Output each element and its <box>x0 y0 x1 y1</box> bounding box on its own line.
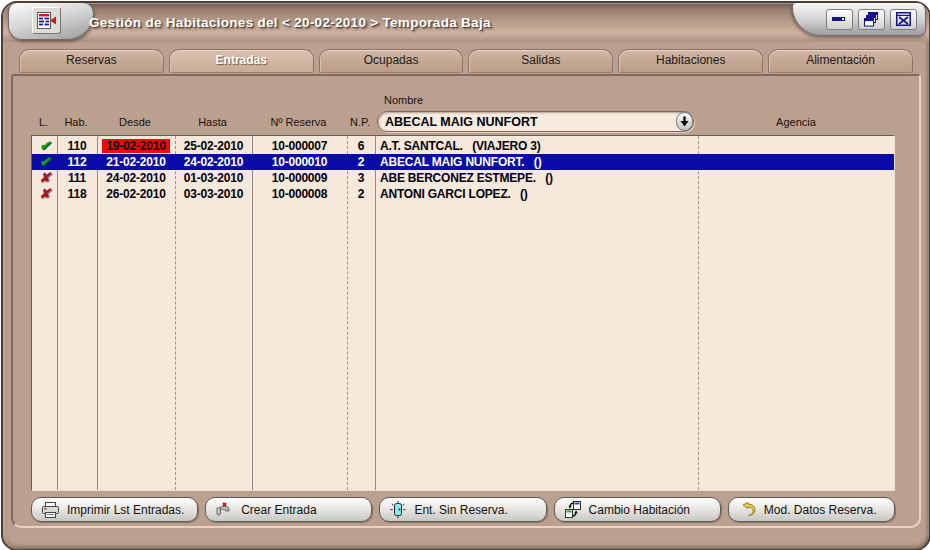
cell-np: 2 <box>347 155 375 169</box>
table-row[interactable]: ✘ 111 24-02-2010 01-03-2010 10-000009 3 … <box>32 170 894 186</box>
window-controls <box>792 3 926 36</box>
ent-sin-reserva-button[interactable]: Ent. Sin Reserva. <box>379 497 546 522</box>
cell-hasta: 03-03-2010 <box>175 187 252 201</box>
screen: Gestión de Habitaciones del < 20-02-2010… <box>0 0 930 550</box>
minimize-button[interactable] <box>826 9 853 30</box>
tab-entradas[interactable]: Entradas <box>169 49 314 73</box>
tab-label: Reservas <box>66 53 117 67</box>
column-header-agencia: Agencia <box>697 114 895 130</box>
cascade-windows-icon <box>863 12 880 27</box>
column-header-hasta: Hasta <box>174 114 251 130</box>
table-row[interactable]: ✘ 118 26-02-2010 03-03-2010 10-000008 2 … <box>32 186 894 202</box>
undo-arrow-icon <box>738 502 757 517</box>
cell-np: 3 <box>347 171 375 185</box>
cell-np: 2 <box>347 187 375 201</box>
schedule-grid-icon <box>37 12 56 29</box>
minimize-icon <box>832 15 847 23</box>
check-icon: ✔ <box>39 138 50 153</box>
action-button-label: Ent. Sin Reserva. <box>414 503 507 517</box>
cell-hasta: 25-02-2010 <box>175 139 252 153</box>
cambio-habitacion-button[interactable]: Cambio Habitación <box>554 497 721 522</box>
cell-reserva: 10-000009 <box>252 171 347 185</box>
table-rows: ✔ 110 19-02-2010 25-02-2010 10-000007 6 … <box>32 138 894 202</box>
table-row-selected[interactable]: ✔ 112 21-02-2010 24-02-2010 10-000010 2 … <box>32 154 894 170</box>
door-glow-icon <box>389 501 407 518</box>
close-button[interactable] <box>890 9 917 30</box>
tab-bar: Reservas Entradas Ocupadas Salidas Habit… <box>19 49 913 73</box>
mod-datos-reserva-button[interactable]: Mod. Datos Reserva. <box>728 497 895 522</box>
action-button-label: Cambio Habitación <box>589 503 690 517</box>
cell-reserva: 10-000007 <box>252 139 347 153</box>
cell-hasta: 01-03-2010 <box>175 171 252 185</box>
action-button-label: Crear Entrada <box>241 503 316 517</box>
nombre-label: Nombre <box>384 94 423 106</box>
tab-label: Habitaciones <box>656 53 725 67</box>
printer-icon <box>41 502 60 518</box>
tab-label: Alimentación <box>806 53 875 67</box>
cell-desde: 19-02-2010 <box>97 139 175 153</box>
app-window: Gestión de Habitaciones del < 20-02-2010… <box>1 1 930 550</box>
entries-table: ✔ 110 19-02-2010 25-02-2010 10-000007 6 … <box>31 135 895 491</box>
action-button-label: Imprimir Lst Entradas. <box>67 503 184 517</box>
cell-hasta: 24-02-2010 <box>175 155 252 169</box>
title-bar: Gestión de Habitaciones del < 20-02-2010… <box>3 3 929 42</box>
table-row[interactable]: ✔ 110 19-02-2010 25-02-2010 10-000007 6 … <box>32 138 894 154</box>
nombre-combobox-value[interactable]: ABECAL MAIG NUNFORT <box>378 115 676 129</box>
column-header-reserva: Nº Reserva <box>251 114 346 130</box>
chevron-down-icon <box>680 116 689 127</box>
cell-desde: 21-02-2010 <box>97 155 175 169</box>
cell-reserva: 10-000010 <box>252 155 347 169</box>
cross-icon: ✘ <box>39 186 50 201</box>
faucet-icon <box>215 502 234 518</box>
cell-hab: 111 <box>57 171 97 185</box>
tab-label: Entradas <box>216 53 267 67</box>
action-button-label: Mod. Datos Reserva. <box>764 503 877 517</box>
cell-nombre: ABECAL MAIG NUNFORT. () <box>375 155 698 169</box>
cell-reserva: 10-000008 <box>252 187 347 201</box>
tab-ocupadas[interactable]: Ocupadas <box>319 49 464 73</box>
cell-desde: 26-02-2010 <box>97 187 175 201</box>
cell-nombre: A.T. SANTCAL. (VIAJERO 3) <box>375 139 698 153</box>
cell-nombre: ABE BERCONEZ ESTMEPE. () <box>375 171 698 185</box>
swap-rooms-icon <box>564 501 582 518</box>
cascade-windows-button[interactable] <box>858 9 885 30</box>
title-icon-capsule <box>8 3 94 40</box>
tab-label: Salidas <box>521 53 560 67</box>
window-title: Gestión de Habitaciones del < 20-02-2010… <box>89 3 491 42</box>
tab-reservas[interactable]: Reservas <box>19 49 164 73</box>
cell-np: 6 <box>347 139 375 153</box>
tab-label: Ocupadas <box>364 53 419 67</box>
app-menu-button[interactable] <box>32 7 61 34</box>
check-icon: ✔ <box>39 154 50 169</box>
cross-icon: ✘ <box>39 170 50 185</box>
cell-hab: 118 <box>57 187 97 201</box>
tab-alimentacion[interactable]: Alimentación <box>768 49 913 73</box>
crear-entrada-button[interactable]: Crear Entrada <box>205 497 372 522</box>
late-date-badge: 19-02-2010 <box>102 139 169 153</box>
tab-salidas[interactable]: Salidas <box>468 49 613 73</box>
cell-nombre: ANTONI GARCI LOPEZ. () <box>375 187 698 201</box>
column-header-hab: Hab. <box>56 114 96 130</box>
imprimir-lst-entradas-button[interactable]: Imprimir Lst Entradas. <box>31 497 198 522</box>
nombre-dropdown-button[interactable] <box>676 112 693 131</box>
cell-hab: 112 <box>57 155 97 169</box>
cell-desde: 24-02-2010 <box>97 171 175 185</box>
action-button-bar: Imprimir Lst Entradas. Crear Entrada <box>31 497 895 522</box>
column-header-l: L. <box>31 114 56 130</box>
nombre-combobox[interactable]: ABECAL MAIG NUNFORT <box>377 111 694 132</box>
column-header-desde: Desde <box>96 114 174 130</box>
close-icon <box>896 12 911 26</box>
cell-hab: 110 <box>57 139 97 153</box>
tab-habitaciones[interactable]: Habitaciones <box>618 49 763 73</box>
column-header-np: N.P. <box>346 114 374 130</box>
